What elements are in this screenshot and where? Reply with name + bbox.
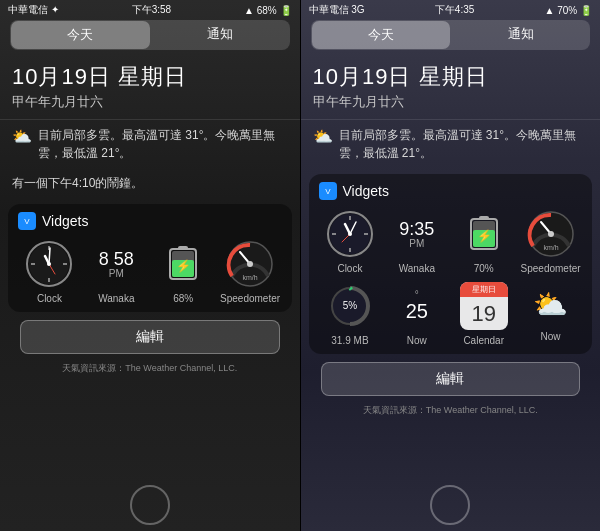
right-wanaka-label: Wanaka <box>399 263 435 274</box>
svg-text:⚡: ⚡ <box>476 228 491 243</box>
right-widget-wanaka: 9:35 PM Wanaka <box>385 208 448 274</box>
right-battery: ▲ 70% 🔋 <box>545 5 592 16</box>
right-battery-visual: ⚡ <box>458 208 510 260</box>
left-wanaka-time: 8 58 <box>99 250 134 268</box>
left-battery-visual: ⚡ <box>157 238 209 290</box>
left-tab-today[interactable]: 今天 <box>11 21 150 49</box>
right-widget-weather: ⛅ Now <box>519 280 582 346</box>
right-vidgets-section: V Vidgets <box>309 174 593 354</box>
left-edit-button[interactable]: 編輯 <box>20 320 280 354</box>
right-status-bar: 中華電信 3G 下午4:35 ▲ 70% 🔋 <box>301 0 601 20</box>
left-clock-visual <box>23 238 75 290</box>
right-widget-calendar: 星期日 19 Calendar <box>452 280 515 346</box>
left-weather: ⛅ 目前局部多雲。最高溫可達 31°。今晚萬里無雲，最低溫 21°。 <box>0 119 300 168</box>
right-cal-day: 19 <box>460 297 508 330</box>
svg-point-11 <box>47 262 51 266</box>
right-widget-speedometer: km/h Speedometer <box>519 208 582 274</box>
right-tab-bar: 今天 通知 <box>311 20 591 50</box>
left-date-sub: 甲午年九月廿六 <box>12 93 288 111</box>
left-tab-bar: 今天 通知 <box>10 20 290 50</box>
left-vidgets-title: Vidgets <box>42 213 88 229</box>
left-wanaka-ampm: PM <box>99 268 134 279</box>
right-date-main: 10月19日 星期日 <box>313 62 589 92</box>
svg-text:km/h: km/h <box>242 274 257 281</box>
left-weather-icon: ⛅ <box>12 127 32 146</box>
right-wanaka-visual: 9:35 PM <box>391 208 443 260</box>
right-calendar-visual: 星期日 19 <box>458 280 510 332</box>
left-date-main: 10月19日 星期日 <box>12 62 288 92</box>
right-vidgets-title: Vidgets <box>343 183 389 199</box>
left-widget-wanaka: 8 58 PM Wanaka <box>85 238 148 304</box>
right-date-sub: 甲午年九月廿六 <box>313 93 589 111</box>
right-wanaka-time: 9:35 <box>399 220 434 238</box>
right-now-visual: ° 25 <box>391 280 443 332</box>
left-widget-speedometer: km/h Speedometer <box>219 238 282 304</box>
right-weather-icon: ⛅ <box>313 127 333 146</box>
left-wanaka-label: Wanaka <box>98 293 134 304</box>
right-speedometer-visual: km/h <box>525 208 577 260</box>
right-widget-battery: ⚡ 70% <box>452 208 515 274</box>
left-speedometer-visual: km/h <box>224 238 276 290</box>
left-weather-text: 目前局部多雲。最高溫可達 31°。今晚萬里無雲，最低溫 21°。 <box>38 126 288 162</box>
left-status-bar: 中華電信 ✦ 下午3:58 ▲ 68% 🔋 <box>0 0 300 20</box>
right-tab-notifications[interactable]: 通知 <box>451 20 590 50</box>
right-cal-header: 星期日 <box>460 282 508 297</box>
right-speedometer-label: Speedometer <box>521 263 581 274</box>
right-battery-label: 70% <box>474 263 494 274</box>
right-clock-label: Clock <box>337 263 362 274</box>
left-widget-clock: Clock <box>18 238 81 304</box>
left-phone-panel: 中華電信 ✦ 下午3:58 ▲ 68% 🔋 今天 通知 10月19日 星期日 甲… <box>0 0 300 531</box>
svg-text:V: V <box>24 217 30 226</box>
right-tab-today[interactable]: 今天 <box>312 21 451 49</box>
left-wanaka-visual: 8 58 PM <box>90 238 142 290</box>
right-widget-clock: Clock <box>319 208 382 274</box>
left-vidgets-icon: V <box>18 212 36 230</box>
right-now-label: Now <box>407 335 427 346</box>
left-date-section: 10月19日 星期日 甲午年九月廿六 <box>0 56 300 115</box>
right-wanaka-ampm: PM <box>399 238 434 249</box>
right-weather-text: 目前局部多雲。最高溫可達 31°。今晚萬里無雲，最低溫 21°。 <box>339 126 589 162</box>
right-widget-row2: 5% 31.9 MB ° 25 Now <box>319 280 583 346</box>
right-widget-now: ° 25 Now <box>385 280 448 346</box>
left-tab-notifications[interactable]: 通知 <box>151 20 290 50</box>
right-clock-visual <box>324 208 376 260</box>
left-battery-label: 68% <box>173 293 193 304</box>
right-widget-row1: Clock 9:35 PM Wanaka <box>319 208 583 274</box>
left-vidgets-header: V Vidgets <box>18 212 282 230</box>
left-alarm: 有一個下午4:10的鬧鐘。 <box>0 168 300 198</box>
svg-point-40 <box>548 231 554 237</box>
svg-line-9 <box>49 248 50 264</box>
right-weather-widget-visual: ⛅ <box>527 280 575 328</box>
svg-text:km/h: km/h <box>543 244 558 251</box>
right-degree-value: 25 <box>406 300 428 323</box>
right-weather: ⛅ 目前局部多雲。最高溫可達 31°。今晚萬里無雲，最低溫 21°。 <box>301 119 601 168</box>
right-phone-panel: 中華電信 3G 下午4:35 ▲ 70% 🔋 今天 通知 10月19日 星期日 … <box>301 0 601 531</box>
svg-text:⚡: ⚡ <box>176 258 191 273</box>
right-edit-button[interactable]: 編輯 <box>321 362 581 396</box>
left-speedometer-label: Speedometer <box>220 293 280 304</box>
right-vidgets-icon: V <box>319 182 337 200</box>
left-vidgets-section: V Vidgets <box>8 204 292 312</box>
right-date-section: 10月19日 星期日 甲午年九月廿六 <box>301 56 601 115</box>
right-attribution: 天氣資訊來源：The Weather Channel, LLC. <box>301 400 601 421</box>
svg-text:V: V <box>325 187 331 196</box>
svg-point-19 <box>247 261 253 267</box>
right-memory-visual: 5% <box>324 280 376 332</box>
left-carrier: 中華電信 ✦ <box>8 3 59 17</box>
left-widget-battery: ⚡ 68% <box>152 238 215 304</box>
left-widget-row: Clock 8 58 PM Wanaka <box>18 238 282 304</box>
left-battery: ▲ 68% 🔋 <box>244 5 291 16</box>
right-carrier: 中華電信 3G <box>309 3 365 17</box>
right-vidgets-header: V Vidgets <box>319 182 583 200</box>
right-memory-label: 31.9 MB <box>331 335 368 346</box>
right-widget-memory: 5% 31.9 MB <box>319 280 382 346</box>
svg-text:5%: 5% <box>343 300 358 311</box>
right-calendar-label: Calendar <box>463 335 504 346</box>
left-time: 下午3:58 <box>132 3 171 17</box>
svg-point-32 <box>348 232 352 236</box>
right-weather-widget-label: Now <box>541 331 561 342</box>
left-home-button[interactable] <box>130 485 170 525</box>
left-attribution: 天氣資訊來源：The Weather Channel, LLC. <box>0 358 300 379</box>
left-clock-label: Clock <box>37 293 62 304</box>
right-home-button[interactable] <box>430 485 470 525</box>
